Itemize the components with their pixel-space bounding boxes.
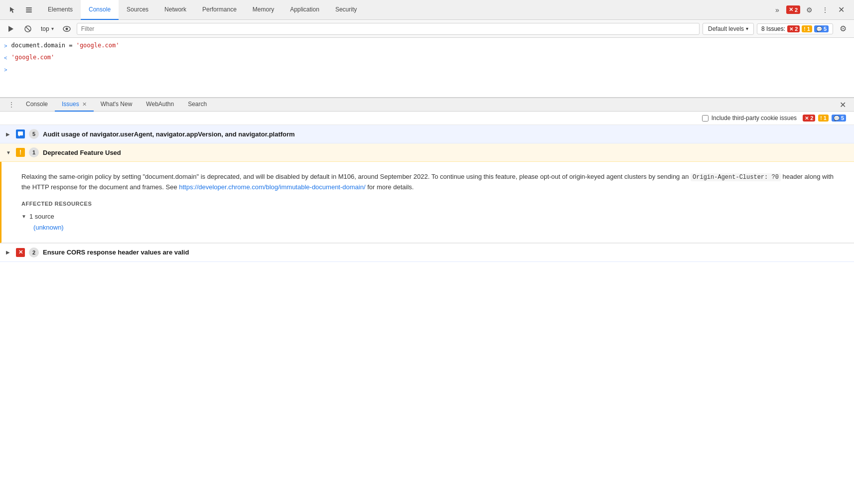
panel-tab-issues[interactable]: Issues ✕ <box>55 98 94 112</box>
source-count-label: 1 source <box>29 213 54 220</box>
source-toggle[interactable]: ▼ 1 source <box>21 211 844 222</box>
panel-close-button[interactable]: ✕ <box>836 101 850 109</box>
issues-badge[interactable]: ✕ 2 <box>786 5 800 14</box>
cursor-icon <box>9 6 17 14</box>
svg-marker-9 <box>18 135 20 136</box>
source-arrow: ▼ <box>21 214 26 219</box>
issues-red-badge: ✕ 2 <box>803 115 815 122</box>
svg-rect-8 <box>18 131 23 135</box>
devtools-close-button[interactable]: ✕ <box>834 3 848 17</box>
tab-performance[interactable]: Performance <box>194 0 245 20</box>
top-tab-icons <box>2 3 40 17</box>
layers-icon-button[interactable] <box>22 3 36 17</box>
panel-tab-webauthn[interactable]: WebAuthn <box>139 98 181 112</box>
tab-network[interactable]: Network <box>156 0 194 20</box>
issues-toolbar: Include third-party cookie issues ✕ 2 ! … <box>0 112 854 125</box>
execute-button[interactable] <box>4 22 18 36</box>
source-item-unknown[interactable]: (unknown) <box>33 222 844 233</box>
kebab-menu-button[interactable]: ⋮ <box>818 3 832 17</box>
tab-security[interactable]: Security <box>327 0 365 20</box>
issues-blue-badge: 💬 5 <box>832 115 846 122</box>
third-party-checkbox-label[interactable]: Include third-party cookie issues <box>702 115 797 122</box>
svg-marker-3 <box>8 26 13 32</box>
error-count-badge: ✕ 2 <box>787 25 800 32</box>
issue-row-1[interactable]: ▶ 5 Audit usage of navigator.userAgent, … <box>0 125 854 143</box>
learn-more-link[interactable]: https://developer.chrome.com/blog/immuta… <box>179 183 365 191</box>
console-line-2: < 'google.com' <box>0 52 854 64</box>
issue-description-text: Relaxing the same-origin policy by setti… <box>21 172 844 193</box>
issues-list: ▶ 5 Audit usage of navigator.userAgent, … <box>0 125 854 262</box>
affected-resources-section: AFFECTED RESOURCES ▼ 1 source (unknown) <box>21 201 844 233</box>
issue-1-icon <box>16 129 25 138</box>
issue-3-expand-arrow: ▶ <box>6 250 12 255</box>
default-levels-button[interactable]: Default levels ▾ <box>703 23 754 35</box>
panel-tab-bar: ⋮ Console Issues ✕ What's New WebAuthn S… <box>0 98 854 112</box>
context-selector[interactable]: top ▾ <box>38 24 57 33</box>
issues-orange-badge: ! 1 <box>818 115 829 122</box>
third-party-checkbox[interactable] <box>702 115 709 122</box>
panel-tab-console[interactable]: Console <box>19 98 55 112</box>
svg-line-5 <box>26 26 30 31</box>
console-arrow: > <box>4 42 7 51</box>
console-toolbar: top ▾ Default levels ▾ 8 Issues: ✕ 2 ! 1… <box>0 20 854 38</box>
tab-bar-right: » ✕ 2 ⚙ ⋮ ✕ <box>770 3 852 17</box>
ban-icon <box>24 25 32 33</box>
message-icon <box>17 131 23 137</box>
issue-2-count: 1 <box>29 147 39 157</box>
settings-button[interactable]: ⚙ <box>802 3 816 17</box>
panel-tab-search[interactable]: Search <box>181 98 214 112</box>
tab-application[interactable]: Application <box>282 0 327 20</box>
panel-more-button[interactable]: ⋮ <box>4 101 19 109</box>
info-count-badge: 💬 5 <box>814 25 829 32</box>
tab-elements[interactable]: Elements <box>40 0 81 20</box>
console-output: > document.domain = 'google.com' < 'goog… <box>0 38 854 98</box>
play-icon <box>7 25 14 32</box>
issue-3-count: 2 <box>29 248 39 257</box>
layers-icon <box>25 6 33 14</box>
issue-1-count: 5 <box>29 129 39 139</box>
issues-count-area[interactable]: 8 Issues: ✕ 2 ! 1 💬 5 <box>757 23 833 34</box>
top-tab-bar: Elements Console Sources Network Perform… <box>0 0 854 20</box>
issue-2-title: Deprecated Feature Used <box>43 149 121 156</box>
clear-console-button[interactable] <box>21 22 35 36</box>
issue-3-title: Ensure CORS response header values are v… <box>43 249 189 256</box>
panel-right-area: ✕ <box>836 100 850 110</box>
issue-2-icon: ! <box>16 148 25 157</box>
issue-1-expand-arrow: ▶ <box>6 131 12 137</box>
svg-point-7 <box>65 27 68 30</box>
issue-3-icon: ✕ <box>16 248 25 257</box>
tab-console[interactable]: Console <box>81 0 119 20</box>
console-line-3: > <box>0 64 854 76</box>
issue-row-2[interactable]: ▼ ! 1 Deprecated Feature Used <box>0 143 854 162</box>
eye-button[interactable] <box>60 22 74 36</box>
tab-issues-close[interactable]: ✕ <box>82 101 87 108</box>
tab-sources[interactable]: Sources <box>119 0 156 20</box>
warning-count-badge: ! 1 <box>802 25 812 32</box>
cursor-icon-button[interactable] <box>6 3 20 17</box>
error-icon-badge: ✕ <box>789 6 793 13</box>
console-prompt-arrow: > <box>4 66 7 75</box>
console-line-1: > document.domain = 'google.com' <box>0 40 854 52</box>
code-snippet-1: Origin-Agent-Cluster: ?0 <box>691 173 781 181</box>
svg-rect-1 <box>26 9 32 10</box>
issue-2-expand-arrow: ▼ <box>6 150 12 155</box>
issue-2-detail: Relaxing the same-origin policy by setti… <box>0 162 854 243</box>
issue-row-3[interactable]: ▶ ✕ 2 Ensure CORS response header values… <box>0 243 854 262</box>
affected-resources-title: AFFECTED RESOURCES <box>21 201 844 207</box>
issue-1-title: Audit usage of navigator.userAgent, navi… <box>43 130 295 138</box>
tab-memory[interactable]: Memory <box>245 0 282 20</box>
more-tabs-button[interactable]: » <box>770 3 784 17</box>
issues-count-badges: ✕ 2 ! 1 💬 5 <box>803 115 846 122</box>
console-settings-button[interactable]: ⚙ <box>836 22 850 36</box>
filter-input[interactable] <box>77 23 700 35</box>
console-return-arrow: < <box>4 54 7 63</box>
svg-rect-2 <box>26 11 32 12</box>
svg-rect-0 <box>26 7 32 8</box>
eye-icon <box>63 26 71 32</box>
panel-tab-whats-new[interactable]: What's New <box>94 98 140 112</box>
